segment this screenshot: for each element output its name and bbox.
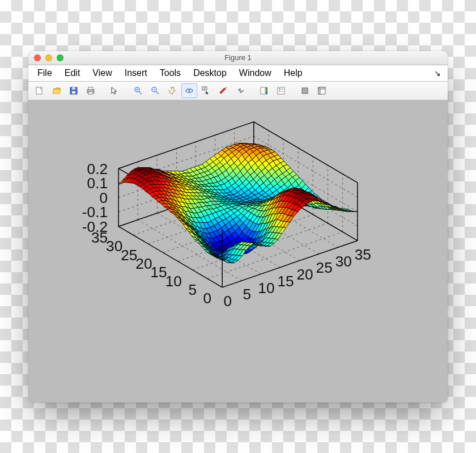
minimize-icon[interactable] xyxy=(45,54,52,61)
brush-button[interactable] xyxy=(215,83,231,98)
menu-view[interactable]: View xyxy=(88,67,116,79)
svg-text:30: 30 xyxy=(335,252,352,269)
open-button[interactable] xyxy=(49,83,65,98)
svg-text:0: 0 xyxy=(99,189,108,206)
pan-button[interactable] xyxy=(164,83,180,98)
svg-text:-0.1: -0.1 xyxy=(82,204,108,221)
menu-edit[interactable]: Edit xyxy=(60,67,85,79)
menu-file[interactable]: File xyxy=(33,67,57,79)
hide-tools-button[interactable] xyxy=(297,83,313,98)
menu-desktop[interactable]: Desktop xyxy=(189,67,231,79)
legend-button[interactable] xyxy=(273,83,289,98)
svg-text:35: 35 xyxy=(355,245,371,263)
svg-rect-3 xyxy=(72,87,75,90)
svg-rect-18 xyxy=(261,87,265,94)
svg-text:30: 30 xyxy=(106,238,122,255)
svg-text:15: 15 xyxy=(277,272,294,289)
close-icon[interactable] xyxy=(34,54,41,61)
window-title: Figure 1 xyxy=(28,53,448,62)
svg-rect-28 xyxy=(318,87,325,89)
figure-window: Figure 1 File Edit View Insert Tools Des… xyxy=(28,51,448,403)
svg-point-17 xyxy=(226,87,227,88)
svg-rect-22 xyxy=(279,91,280,92)
svg-rect-0 xyxy=(36,87,42,94)
traffic-lights xyxy=(34,54,63,61)
print-button[interactable] xyxy=(83,83,99,98)
svg-line-12 xyxy=(156,91,159,94)
svg-text:0.1: 0.1 xyxy=(87,175,108,192)
menu-help[interactable]: Help xyxy=(279,67,307,79)
dock-icon[interactable]: ↘ xyxy=(434,69,443,78)
svg-text:10: 10 xyxy=(258,279,274,296)
svg-rect-25 xyxy=(302,88,308,94)
rotate3d-button[interactable] xyxy=(181,83,197,98)
svg-rect-6 xyxy=(88,92,93,94)
svg-text:0: 0 xyxy=(203,290,212,307)
new-figure-button[interactable] xyxy=(32,83,48,98)
svg-rect-19 xyxy=(266,87,267,94)
svg-text:15: 15 xyxy=(150,264,167,281)
svg-point-15 xyxy=(189,90,190,91)
svg-text:25: 25 xyxy=(316,259,333,276)
save-button[interactable] xyxy=(66,83,82,98)
menubar: File Edit View Insert Tools Desktop Wind… xyxy=(28,65,448,82)
colorbar-button[interactable] xyxy=(256,83,272,98)
svg-text:-0.2: -0.2 xyxy=(82,218,108,235)
svg-text:5: 5 xyxy=(188,281,197,298)
link-button[interactable] xyxy=(232,83,248,98)
edit-plot-button[interactable] xyxy=(107,83,122,98)
menu-window[interactable]: Window xyxy=(235,67,276,79)
data-cursor-button[interactable] xyxy=(198,83,214,98)
toolbar xyxy=(28,82,448,100)
svg-line-8 xyxy=(139,91,142,94)
titlebar[interactable]: Figure 1 xyxy=(28,51,448,65)
svg-rect-5 xyxy=(88,87,93,90)
zoom-in-button[interactable] xyxy=(130,83,146,98)
surface-plot[interactable]: 0510152025303505101520253035-0.2-0.100.1… xyxy=(35,107,441,310)
svg-rect-16 xyxy=(202,87,207,90)
svg-text:0.2: 0.2 xyxy=(87,160,108,177)
svg-text:5: 5 xyxy=(243,286,252,303)
axes-3d[interactable]: 0510152025303505101520253035-0.2-0.100.1… xyxy=(28,100,448,403)
svg-text:20: 20 xyxy=(135,255,152,272)
zoom-icon[interactable] xyxy=(57,54,63,61)
zoom-out-button[interactable] xyxy=(147,83,163,98)
menu-insert[interactable]: Insert xyxy=(120,67,152,79)
svg-text:10: 10 xyxy=(165,272,182,289)
svg-rect-20 xyxy=(278,87,284,94)
svg-text:20: 20 xyxy=(297,266,313,283)
show-tools-button[interactable] xyxy=(314,83,330,98)
svg-text:0: 0 xyxy=(223,293,232,310)
svg-rect-2 xyxy=(72,91,75,94)
menu-tools[interactable]: Tools xyxy=(155,67,185,79)
svg-text:25: 25 xyxy=(121,246,137,263)
svg-rect-21 xyxy=(279,88,280,90)
